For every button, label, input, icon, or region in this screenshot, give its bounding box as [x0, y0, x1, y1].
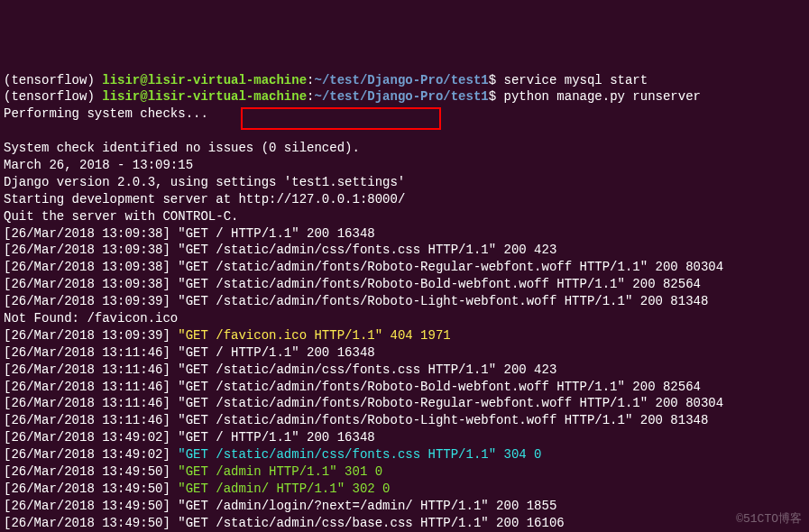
log-line-8: [26/Mar/2018 13:11:46] "GET /static/admi…: [4, 362, 805, 379]
server-url: http://127.0.0.1:8000/: [238, 192, 405, 206]
log-message: "GET /static/admin/fonts/Roboto-Light-we…: [170, 413, 709, 427]
log-line-14: [26/Mar/2018 13:49:50] "GET /admin HTTP/…: [4, 463, 805, 481]
log-message: "GET /static/admin/fonts/Roboto-Regular-…: [170, 396, 723, 410]
log-message: "GET /admin HTTP/1.1" 301 0: [170, 464, 382, 479]
log-line-4: [26/Mar/2018 13:09:39] "GET /static/admi…: [4, 293, 805, 310]
watermark: ©51CTO博客: [736, 511, 802, 527]
user-host: lisir@lisir-virtual-machine: [102, 89, 307, 104]
log-timestamp: [26/Mar/2018 13:09:38]: [4, 243, 170, 257]
log-message: "GET / HTTP/1.1" 200 16348: [170, 345, 375, 360]
log-message: "GET /favicon.ico HTTP/1.1" 404 1971: [170, 328, 451, 343]
starting-server: Starting development server at http://12…: [4, 191, 805, 208]
log-line-0: [26/Mar/2018 13:09:38] "GET / HTTP/1.1" …: [4, 225, 805, 243]
log-timestamp: [26/Mar/2018 13:49:50]: [4, 482, 170, 496]
log-message: "GET /admin/login/?next=/admin/ HTTP/1.1…: [170, 499, 556, 513]
log-message: "GET /static/admin/fonts/Roboto-Bold-web…: [170, 277, 701, 291]
system-check: System check identified no issues (0 sil…: [4, 140, 805, 157]
log-message: "GET /static/admin/fonts/Roboto-Bold-web…: [170, 380, 701, 394]
log-line-5: Not Found: /favicon.ico: [4, 310, 805, 327]
log-line-15: [26/Mar/2018 13:49:50] "GET /admin/ HTTP…: [4, 481, 805, 498]
log-timestamp: [26/Mar/2018 13:49:50]: [4, 464, 170, 479]
log-timestamp: [26/Mar/2018 13:11:46]: [4, 413, 170, 427]
log-timestamp: [26/Mar/2018 13:11:46]: [4, 345, 170, 360]
log-line-1: [26/Mar/2018 13:09:38] "GET /static/admi…: [4, 242, 805, 259]
log-message: "GET /static/admin/css/fonts.css HTTP/1.…: [170, 447, 542, 462]
log-timestamp: [26/Mar/2018 13:09:38]: [4, 277, 170, 291]
log-timestamp: [26/Mar/2018 13:09:39]: [4, 328, 170, 343]
env-label: (tensorflow): [4, 73, 95, 87]
terminal-output[interactable]: (tensorflow) lisir@lisir-virtual-machine…: [4, 72, 805, 532]
log-message: "GET / HTTP/1.1" 200 16348: [170, 430, 375, 445]
performing-checks: Performing system checks...: [4, 105, 805, 123]
quit-line: Quit the server with CONTROL-C.: [4, 208, 805, 225]
prompt-line-1: (tensorflow) lisir@lisir-virtual-machine…: [4, 88, 805, 105]
log-timestamp: [26/Mar/2018 13:49:50]: [4, 499, 170, 513]
log-timestamp: [26/Mar/2018 13:09:39]: [4, 294, 170, 308]
log-timestamp: [26/Mar/2018 13:09:38]: [4, 226, 170, 241]
command-0: service mysql start: [504, 73, 648, 87]
log-timestamp: [26/Mar/2018 13:49:50]: [4, 516, 170, 530]
env-label: (tensorflow): [4, 89, 95, 104]
log-timestamp: [26/Mar/2018 13:09:38]: [4, 260, 170, 274]
log-line-3: [26/Mar/2018 13:09:38] "GET /static/admi…: [4, 276, 805, 293]
log-line-11: [26/Mar/2018 13:11:46] "GET /static/admi…: [4, 412, 805, 429]
log-line-13: [26/Mar/2018 13:49:02] "GET /static/admi…: [4, 446, 805, 463]
cwd-path: ~/test/Django-Pro/test1: [314, 89, 488, 104]
log-timestamp: [26/Mar/2018 13:49:02]: [4, 430, 170, 445]
log-line-7: [26/Mar/2018 13:11:46] "GET / HTTP/1.1" …: [4, 344, 805, 362]
log-line-2: [26/Mar/2018 13:09:38] "GET /static/admi…: [4, 259, 805, 276]
log-message: "GET /static/admin/css/fonts.css HTTP/1.…: [170, 362, 556, 377]
log-message: "GET /static/admin/fonts/Roboto-Light-we…: [170, 294, 709, 308]
log-line-10: [26/Mar/2018 13:11:46] "GET /static/admi…: [4, 395, 805, 412]
command-1: python manage.py runserver: [504, 89, 701, 104]
log-timestamp: [26/Mar/2018 13:49:02]: [4, 447, 170, 462]
prompt-line-0: (tensorflow) lisir@lisir-virtual-machine…: [4, 72, 805, 89]
log-message: "GET / HTTP/1.1" 200 16348: [170, 226, 375, 241]
blank-line: [4, 123, 805, 140]
log-message: "GET /static/admin/css/fonts.css HTTP/1.…: [170, 243, 556, 257]
log-line-9: [26/Mar/2018 13:11:46] "GET /static/admi…: [4, 379, 805, 396]
log-timestamp: [26/Mar/2018 13:11:46]: [4, 380, 170, 394]
log-message: "GET /admin/ HTTP/1.1" 302 0: [170, 482, 391, 496]
log-message: "GET /static/admin/fonts/Roboto-Regular-…: [170, 260, 723, 274]
version-line: Django version 2.0.3, using settings 'te…: [4, 174, 805, 191]
log-line-12: [26/Mar/2018 13:49:02] "GET / HTTP/1.1" …: [4, 429, 805, 446]
cwd-path: ~/test/Django-Pro/test1: [314, 73, 488, 87]
log-message: "GET /static/admin/css/base.css HTTP/1.1…: [170, 516, 565, 530]
log-timestamp: [26/Mar/2018 13:11:46]: [4, 362, 170, 377]
user-host: lisir@lisir-virtual-machine: [102, 73, 307, 87]
log-line-6: [26/Mar/2018 13:09:39] "GET /favicon.ico…: [4, 327, 805, 344]
log-line-16: [26/Mar/2018 13:49:50] "GET /admin/login…: [4, 498, 805, 515]
log-line-17: [26/Mar/2018 13:49:50] "GET /static/admi…: [4, 515, 805, 532]
log-timestamp: [26/Mar/2018 13:11:46]: [4, 396, 170, 410]
date-line: March 26, 2018 - 13:09:15: [4, 157, 805, 174]
